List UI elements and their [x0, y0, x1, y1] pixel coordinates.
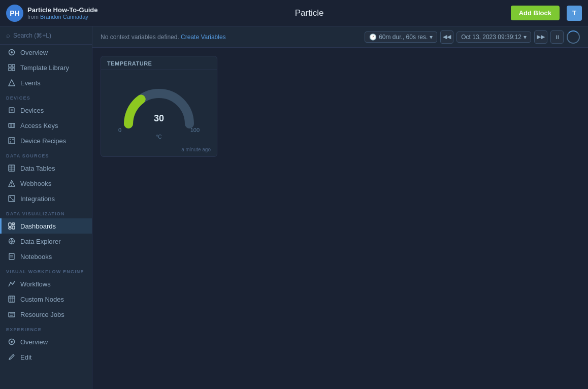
sidebar-item-data-explorer[interactable]: Data Explorer [0, 234, 92, 249]
search-input[interactable] [13, 32, 86, 39]
gauge-unit: °C [156, 134, 161, 140]
svg-rect-37 [9, 296, 15, 302]
svg-rect-8 [11, 109, 13, 111]
sidebar-item-dashboards[interactable]: Dashboards [0, 218, 92, 234]
sidebar-item-workflows[interactable]: Workflows [0, 276, 92, 291]
sidebar-label-data-explorer: Data Explorer [20, 238, 60, 245]
pause-button[interactable]: ⏸ [550, 30, 564, 44]
sidebar-label-access-keys: Access Keys [20, 122, 58, 129]
main-content: No context variables defined. Create Var… [92, 26, 588, 389]
sidebar-item-custom-nodes[interactable]: Custom Nodes [0, 291, 92, 307]
sidebar-item-template-library[interactable]: Template Library [0, 60, 92, 75]
sidebar-section-workflow: VISUAL WORKFLOW ENGINE [0, 264, 92, 276]
sidebar-item-overview-top[interactable]: Overview [0, 45, 92, 60]
search-icon: ⌕ [6, 31, 10, 39]
svg-rect-30 [12, 226, 15, 229]
app-author-line: from Brandon Cannaday [27, 14, 97, 20]
sidebar-label-notebooks: Notebooks [20, 253, 52, 261]
duration-label: 60m dur., 60s res. [379, 34, 428, 41]
resource-jobs-icon [8, 310, 16, 318]
search-bar: ⌕ [0, 26, 92, 45]
sidebar-item-devices[interactable]: Devices [0, 103, 92, 118]
rewind-button[interactable]: ◀◀ [440, 30, 453, 44]
sidebar-label-webhooks: Webhooks [20, 180, 51, 187]
sidebar-label-custom-nodes: Custom Nodes [20, 296, 64, 303]
svg-rect-4 [9, 68, 11, 71]
sidebar-section-data-sources: DATA SOURCES [0, 148, 92, 160]
sidebar-item-integrations[interactable]: Integrations [0, 191, 92, 206]
sidebar-item-edit[interactable]: Edit [0, 349, 92, 365]
main-layout: ⌕ Overview Template Library Events DEVIC… [0, 26, 588, 389]
sidebar-label-resource-jobs: Resource Jobs [20, 311, 64, 318]
overview-exp-icon [8, 338, 16, 346]
sidebar-section-devices: DEVICES [0, 90, 92, 103]
sidebar-item-device-recipes[interactable]: Device Recipes [0, 133, 92, 148]
sidebar-item-webhooks[interactable]: Webhooks [0, 176, 92, 191]
sidebar-label-edit: Edit [20, 353, 31, 361]
create-variables-link[interactable]: Create Variables [181, 34, 226, 41]
svg-rect-31 [9, 228, 11, 229]
devices-icon [8, 106, 16, 114]
temperature-widget: Temperature [101, 56, 217, 157]
svg-text:30: 30 [154, 113, 164, 123]
user-avatar-button[interactable]: T [567, 6, 582, 21]
svg-rect-13 [9, 138, 15, 144]
gauge-container: 30 [118, 78, 200, 124]
sidebar-item-data-tables[interactable]: Data Tables [0, 160, 92, 176]
sidebar-item-resource-jobs[interactable]: Resource Jobs [0, 307, 92, 322]
template-library-icon [8, 63, 16, 72]
sidebar-item-events[interactable]: Events [0, 75, 92, 90]
dashboards-icon [8, 222, 16, 230]
clock-icon: 🕐 [369, 34, 377, 41]
svg-rect-41 [9, 312, 15, 317]
svg-point-1 [11, 51, 13, 53]
datetime-selector[interactable]: Oct 13, 2023 09:39:12 ▾ [456, 31, 531, 43]
dashboard-area: Temperature [92, 48, 588, 389]
svg-rect-16 [10, 141, 11, 143]
sidebar-label-events: Events [20, 79, 41, 87]
svg-rect-17 [9, 165, 15, 171]
svg-rect-14 [10, 139, 11, 140]
sidebar-item-access-keys[interactable]: Access Keys [0, 118, 92, 133]
author-link[interactable]: Brandon Cannaday [40, 14, 88, 20]
edit-icon [8, 353, 16, 361]
loading-spinner [567, 30, 580, 44]
fastforward-button[interactable]: ▶▶ [534, 30, 547, 44]
data-explorer-icon [8, 237, 16, 245]
app-name: Particle How-To-Guide [27, 6, 97, 14]
sidebar-item-notebooks[interactable]: Notebooks [0, 249, 92, 264]
svg-rect-34 [9, 253, 14, 260]
svg-rect-29 [12, 223, 15, 224]
sidebar-section-experience: EXPERIENCE [0, 322, 92, 334]
svg-rect-28 [9, 223, 11, 226]
svg-rect-3 [12, 64, 15, 67]
svg-point-23 [11, 185, 12, 186]
sidebar-label-template-library: Template Library [20, 64, 69, 72]
datetime-chevron-icon: ▾ [524, 34, 527, 41]
svg-line-46 [10, 358, 11, 359]
sidebar-label-overview-top: Overview [20, 49, 48, 56]
svg-rect-15 [12, 139, 14, 140]
device-recipes-icon [8, 137, 16, 145]
workflows-icon [8, 280, 16, 288]
svg-rect-2 [9, 64, 11, 67]
sidebar-item-overview-exp[interactable]: Overview [0, 334, 92, 349]
duration-selector[interactable]: 🕐 60m dur., 60s res. ▾ [365, 31, 437, 43]
sidebar-label-device-recipes: Device Recipes [20, 137, 66, 145]
time-controls: 🕐 60m dur., 60s res. ▾ ◀◀ Oct 13, 2023 0… [365, 30, 580, 44]
integrations-icon [8, 195, 16, 203]
context-bar: No context variables defined. Create Var… [92, 26, 588, 48]
add-block-button[interactable]: Add Block [511, 6, 560, 20]
sidebar-label-integrations: Integrations [20, 195, 55, 203]
widget-title: Temperature [101, 56, 217, 70]
page-title: Particle [285, 8, 324, 18]
events-icon [8, 79, 16, 87]
gauge-svg: 30 [118, 78, 200, 129]
overview-icon [8, 48, 16, 56]
sidebar-label-data-tables: Data Tables [20, 165, 55, 172]
webhooks-icon [8, 179, 16, 187]
svg-line-27 [10, 197, 13, 200]
svg-rect-5 [12, 68, 15, 71]
app-info: Particle How-To-Guide from Brandon Canna… [27, 6, 97, 20]
widget-timestamp: a minute ago [101, 145, 217, 156]
